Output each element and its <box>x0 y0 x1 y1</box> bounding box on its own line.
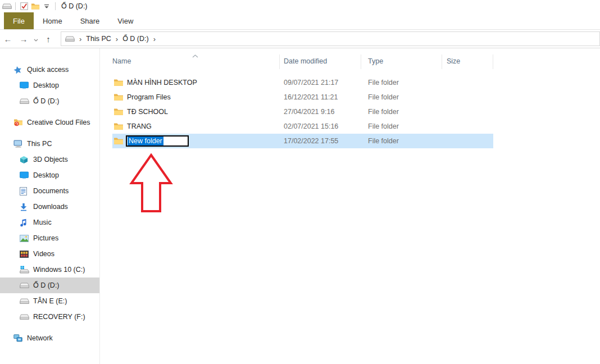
file-name: TĐ SCHOOL <box>127 108 168 116</box>
column-header-date-modified[interactable]: Date modified <box>280 52 361 71</box>
network-icon <box>13 334 25 342</box>
sidebar-item-pictures[interactable]: Pictures <box>0 230 99 246</box>
column-header-type[interactable]: Type <box>361 52 442 71</box>
file-row-trang[interactable]: TRANG02/07/2021 15:16File folder <box>112 119 493 134</box>
ribbon-tabs: FileHomeShareView <box>0 12 600 30</box>
sidebar-item-label: 3D Objects <box>33 156 68 163</box>
breadcrumb-item-this-pc[interactable]: This PC <box>86 35 111 43</box>
sidebar-item-t-n-e-e[interactable]: TÂN E (E:) <box>0 293 99 309</box>
sidebar-item-label: Ổ D (D:) <box>33 97 60 105</box>
properties-check-icon[interactable] <box>19 1 30 12</box>
sidebar-item-label: TÂN E (E:) <box>33 297 67 305</box>
sidebar-item-music[interactable]: Music <box>0 215 99 230</box>
new-folder-icon[interactable] <box>30 1 41 12</box>
creative-cloud-icon <box>13 119 25 126</box>
name-cell: MÀN HÌNH DESKTOP <box>112 79 280 87</box>
column-headers: NameDate modifiedTypeSize <box>112 52 600 71</box>
file-name: MÀN HÌNH DESKTOP <box>127 79 197 87</box>
desktop-icon <box>20 171 31 179</box>
file-row-new-folder[interactable]: New folder17/02/2022 17:55File folder <box>112 134 493 148</box>
sidebar-item-label: Creative Cloud Files <box>27 119 90 126</box>
file-name: Program Files <box>127 93 171 101</box>
sidebar-item-label: Pictures <box>33 234 58 242</box>
type-cell: File folder <box>361 122 442 130</box>
explorer-drive-icon <box>1 1 12 12</box>
sidebar-item-quick-access[interactable]: Quick access <box>0 62 99 78</box>
sidebar-item-3d-objects[interactable]: 3D Objects <box>0 152 99 167</box>
tab-share[interactable]: Share <box>71 12 109 29</box>
navigation-pane: Quick accessDesktopỔ D (D:)Creative Clou… <box>0 48 100 364</box>
type-cell: File folder <box>361 93 442 101</box>
breadcrumb-chevron-icon: › <box>75 35 86 43</box>
desktop-icon <box>20 81 31 89</box>
customize-qat-dropdown-icon[interactable] <box>41 1 52 12</box>
sidebar-item-d-d[interactable]: Ổ D (D:) <box>0 93 99 109</box>
sidebar-item-d-d[interactable]: Ổ D (D:) <box>0 277 99 293</box>
window-title: Ổ D (D:) <box>61 2 88 10</box>
tab-view[interactable]: View <box>108 12 142 29</box>
tab-file[interactable]: File <box>4 12 34 29</box>
column-header-size[interactable]: Size <box>442 52 493 71</box>
column-header-label: Date modified <box>284 57 327 65</box>
address-bar[interactable]: ›This PC›Ổ D (D:)› <box>61 31 600 46</box>
sidebar-item-label: Network <box>27 334 53 342</box>
music-icon <box>20 219 31 227</box>
drive-icon <box>20 283 31 289</box>
folder-icon <box>113 108 124 116</box>
drive-icon <box>20 314 31 320</box>
computer-icon <box>13 140 25 148</box>
name-cell: New folder <box>112 135 280 147</box>
file-row-t-school[interactable]: TĐ SCHOOL27/04/2021 9:16File folder <box>112 104 493 119</box>
column-header-label: Name <box>112 57 131 65</box>
breadcrumb-item-d-d[interactable]: Ổ D (D:) <box>122 35 149 43</box>
name-cell: TRANG <box>112 122 280 130</box>
name-cell: Program Files <box>112 93 280 101</box>
column-header-label: Type <box>368 57 383 65</box>
document-icon <box>20 187 31 195</box>
rename-input[interactable]: New folder <box>126 135 189 147</box>
sidebar-item-documents[interactable]: Documents <box>0 183 99 199</box>
file-list-area: NameDate modifiedTypeSize MÀN HÌNH DESKT… <box>100 48 600 364</box>
date-modified-cell: 09/07/2021 21:17 <box>280 79 361 87</box>
sidebar-item-desktop[interactable]: Desktop <box>0 78 99 93</box>
column-header-label: Size <box>447 57 460 65</box>
file-row-m-n-h-nh-desktop[interactable]: MÀN HÌNH DESKTOP09/07/2021 21:17File fol… <box>112 75 493 90</box>
windows-drive-icon <box>20 266 31 274</box>
sidebar-item-this-pc[interactable]: This PC <box>0 136 99 152</box>
sidebar-item-creative-cloud-files[interactable]: Creative Cloud Files <box>0 115 99 130</box>
folder-icon <box>113 79 124 87</box>
sidebar-item-downloads[interactable]: Downloads <box>0 199 99 215</box>
videos-icon <box>20 251 31 258</box>
qat-separator <box>55 2 56 10</box>
cube-icon <box>20 156 31 164</box>
drive-icon <box>20 298 31 304</box>
file-name: TRANG <box>127 122 152 130</box>
main-content: Quick accessDesktopỔ D (D:)Creative Clou… <box>0 48 600 364</box>
sidebar-item-recovery-f[interactable]: RECOVERY (F:) <box>0 309 99 325</box>
forward-button[interactable]: → <box>16 35 31 43</box>
folder-icon <box>113 122 124 130</box>
drive-icon <box>20 98 31 104</box>
sidebar-item-network[interactable]: Network <box>0 330 99 346</box>
folder-icon <box>113 137 124 145</box>
date-modified-cell: 16/12/2021 11:21 <box>280 93 361 101</box>
sidebar-item-label: Videos <box>33 250 54 258</box>
sidebar-item-videos[interactable]: Videos <box>0 246 99 262</box>
tab-home[interactable]: Home <box>34 12 71 29</box>
type-cell: File folder <box>361 79 442 87</box>
breadcrumb-chevron-icon: › <box>149 35 160 43</box>
date-modified-cell: 02/07/2021 15:16 <box>280 122 361 130</box>
pictures-icon <box>20 235 31 242</box>
name-cell: TĐ SCHOOL <box>112 108 280 116</box>
sidebar-item-windows-10-c[interactable]: Windows 10 (C:) <box>0 262 99 277</box>
folder-icon <box>113 93 124 101</box>
sidebar-item-desktop[interactable]: Desktop <box>0 167 99 183</box>
up-button[interactable]: ↑ <box>40 35 56 43</box>
column-header-name[interactable]: Name <box>112 52 280 71</box>
sidebar-item-label: This PC <box>27 140 52 148</box>
recent-locations-dropdown-icon[interactable] <box>31 34 40 44</box>
back-button[interactable]: ← <box>0 35 16 43</box>
file-row-program-files[interactable]: Program Files16/12/2021 11:21File folder <box>112 90 493 104</box>
sidebar-item-label: Windows 10 (C:) <box>33 266 85 274</box>
date-modified-cell: 17/02/2022 17:55 <box>280 137 361 145</box>
